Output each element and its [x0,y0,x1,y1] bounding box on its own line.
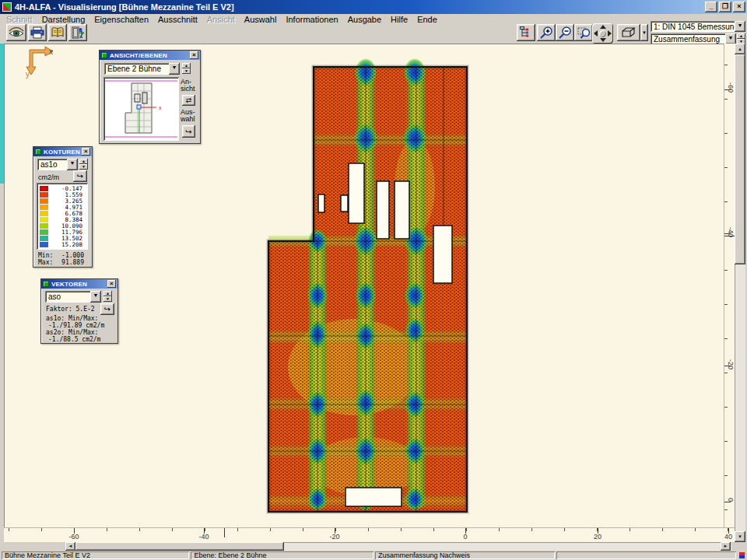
pan-up-icon[interactable] [600,25,606,29]
spin-down-icon[interactable]: ▼ [103,296,112,302]
menu-item-hilfe[interactable]: Hilfe [386,15,412,25]
view-3d-button[interactable] [617,24,640,41]
design-code-combobox[interactable]: 1: DIN 1045 Bemessung ▼ [651,21,745,32]
menu-item-ausgabe[interactable]: Ausgabe [343,15,386,25]
ansicht-label: An-sicht [181,79,199,93]
scroll-right-icon[interactable]: ► [721,542,731,551]
palette-icon [101,52,107,58]
vector-transfer-button[interactable]: ↪ [100,303,114,315]
pan-control[interactable] [592,23,613,44]
result-spinner[interactable]: ▲ ▼ [737,33,745,44]
as2o-minmax-label: as2o: Min/Max: [46,329,98,336]
min-value: -1.000 [61,252,84,259]
close-icon[interactable]: × [107,280,116,288]
view-palette-title: ANSICHT/EBENEN [110,52,167,59]
horizontal-scrollbar[interactable]: ◄ ► [0,542,735,551]
legend-value: 15.208 [48,241,82,248]
legend-swatch [40,223,48,229]
minimize-button[interactable]: _ [705,2,717,12]
spin-up-icon[interactable]: ▲ [182,63,191,68]
chevron-down-icon[interactable]: ▼ [169,63,180,75]
level-combobox[interactable]: Ebene 2 Bühne ▼ [104,63,180,75]
close-icon[interactable]: × [190,51,198,59]
menu-item-schnitt: Schnitt [2,15,37,25]
vector-result-combobox[interactable]: aso ▼ [45,291,101,303]
menu-item-auswahl[interactable]: Auswahl [240,15,282,25]
vertical-scrollbar[interactable]: ▲ ▼ [735,44,745,542]
chevron-down-icon[interactable]: ▼ [725,33,736,44]
view-levels-palette: ANSICHT/EBENEN × Ebene 2 Bühne ▼ ▲ ▼ x [99,50,201,144]
eye-icon [8,26,25,39]
status-bar: Bühne Mezzanine Teil E V2 Ebene: Ebene 2… [0,551,747,560]
palette-icon [43,281,49,287]
pan-center[interactable] [599,30,606,37]
zoom-out-icon [558,26,573,40]
view-palette-titlebar[interactable]: ANSICHT/EBENEN × [100,51,200,60]
view-3d-dropdown[interactable]: ▼ [640,24,648,41]
level-preview-thumbnail: x [103,77,179,141]
result-combobox[interactable]: Zusammenfassung ▼ [651,33,736,44]
contours-palette-titlebar[interactable]: KONTUREN × [33,147,92,156]
auswahl-transfer-button[interactable]: ↪ [182,125,195,138]
contour-max-row: Max: 91.889 [38,259,84,266]
chevron-down-icon[interactable]: ▼ [90,291,101,303]
menu-item-ausschnitt[interactable]: Ausschnitt [153,15,202,25]
pan-right-icon[interactable] [608,30,612,37]
spin-down-icon[interactable]: ▼ [182,68,191,74]
menu-item-informationen[interactable]: Informationen [281,15,342,25]
spin-up-icon[interactable]: ▲ [103,291,112,296]
close-button[interactable]: × [733,2,745,12]
spin-up-icon[interactable]: ▲ [79,159,88,164]
vertical-ruler: -60 -40 -20 0 [724,44,735,527]
level-preview[interactable]: x [103,77,179,141]
horizontal-scroll-thumb[interactable] [75,542,284,551]
scroll-left-icon[interactable]: ◄ [65,542,75,551]
auswahl-label: Aus-wahl [181,109,199,123]
scroll-up-icon[interactable]: ▲ [735,44,745,54]
level-spinner[interactable]: ▲ ▼ [182,63,191,74]
menu-item-ende[interactable]: Ende [412,15,442,25]
spin-up-icon[interactable]: ▲ [737,33,745,39]
chevron-down-icon[interactable]: ▼ [735,21,745,32]
vruler-label: -60 [727,82,735,93]
spin-down-icon[interactable]: ▼ [79,164,88,170]
level-value: Ebene 2 Bühne [104,65,169,73]
vector-result-spinner[interactable]: ▲ ▼ [103,291,112,302]
documentation-button[interactable] [48,24,67,41]
maximize-button[interactable]: ❐ [719,2,731,12]
zoom-out-button[interactable] [556,24,574,41]
max-label: Max: [38,259,53,266]
view-options-button[interactable] [6,24,26,41]
legend-swatch [40,205,48,210]
vertical-scroll-thumb[interactable] [735,54,745,264]
contour-transfer-button[interactable]: ↪ [73,170,87,182]
display-tree-button[interactable] [517,24,535,41]
zoom-in-button[interactable] [537,24,556,41]
close-icon[interactable]: × [82,148,90,156]
status-project: Bühne Mezzanine Teil E V2 [2,551,189,559]
pan-down-icon[interactable] [600,38,606,42]
exit-door-icon [71,26,85,39]
menu-item-eigenschaften[interactable]: Eigenschaften [89,15,153,25]
printer-icon [30,26,44,39]
chevron-down-icon[interactable]: ▼ [67,159,78,170]
contours-palette: KONTUREN × as1o ▼ ▲ ▼ cm2/m ↪ -0.147 1.5… [33,146,93,268]
book-icon [51,26,65,39]
contour-result-spinner[interactable]: ▲ ▼ [79,159,88,170]
max-value: 91.889 [61,259,84,266]
print-button[interactable] [28,24,47,41]
zoom-window-button[interactable] [574,24,593,41]
as2o-minmax-value: -1./88.5 cm2/m [48,336,100,343]
pan-left-icon[interactable] [594,30,598,37]
scroll-down-icon[interactable]: ▼ [735,531,745,542]
menu-item-darstellung[interactable]: Darstellung [37,15,90,25]
vruler-label: -20 [727,359,735,369]
ansicht-apply-button[interactable]: ⇄ [182,95,195,106]
horizontal-ruler: -60 -40 -20 0 20 40 [4,527,735,542]
contour-result-combobox[interactable]: as1o ▼ [37,159,78,170]
cube-3d-icon [619,26,638,40]
vectors-palette-titlebar[interactable]: VEKTOREN × [41,279,117,289]
as1o-minmax-label: as1o: Min/Max: [46,315,98,322]
exit-button[interactable] [68,24,87,41]
legend-swatch [40,242,48,247]
